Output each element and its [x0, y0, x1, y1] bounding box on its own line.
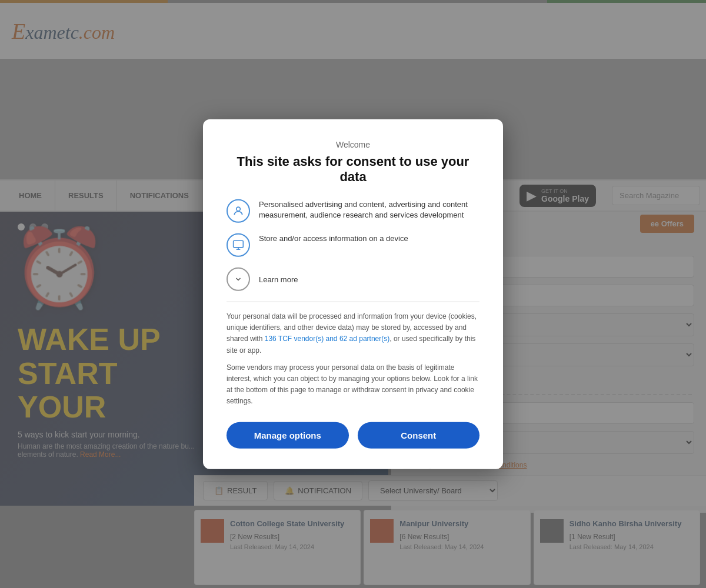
consent-modal: Welcome This site asks for consent to us… [203, 119, 503, 469]
person-icon [227, 199, 250, 223]
learn-more-chevron[interactable] [227, 268, 250, 291]
modal-divider [227, 302, 479, 302]
modal-body-text-2: Some vendors may process your personal d… [227, 362, 479, 407]
manage-options-button[interactable]: Manage options [227, 422, 349, 448]
modal-buttons: Manage options Consent [227, 422, 479, 448]
learn-more-label: Learn more [259, 275, 298, 283]
consent-text-1: Personalised advertising and content, ad… [259, 199, 479, 220]
modal-welcome: Welcome [227, 140, 479, 149]
consent-item-2: Store and/or access information on a dev… [227, 233, 479, 257]
svg-rect-1 [234, 240, 244, 248]
learn-more-row: Learn more [227, 268, 479, 291]
vendor-link[interactable]: 136 TCF vendor(s) and 62 ad partner(s) [265, 335, 390, 343]
consent-text-2: Store and/or access information on a dev… [259, 233, 408, 244]
modal-body-text-1: Your personal data will be processed and… [227, 311, 479, 356]
consent-item-1: Personalised advertising and content, ad… [227, 199, 479, 223]
modal-title: This site asks for consent to use your d… [227, 154, 479, 185]
monitor-icon [227, 233, 250, 257]
svg-point-0 [237, 207, 241, 211]
consent-button[interactable]: Consent [358, 422, 480, 448]
